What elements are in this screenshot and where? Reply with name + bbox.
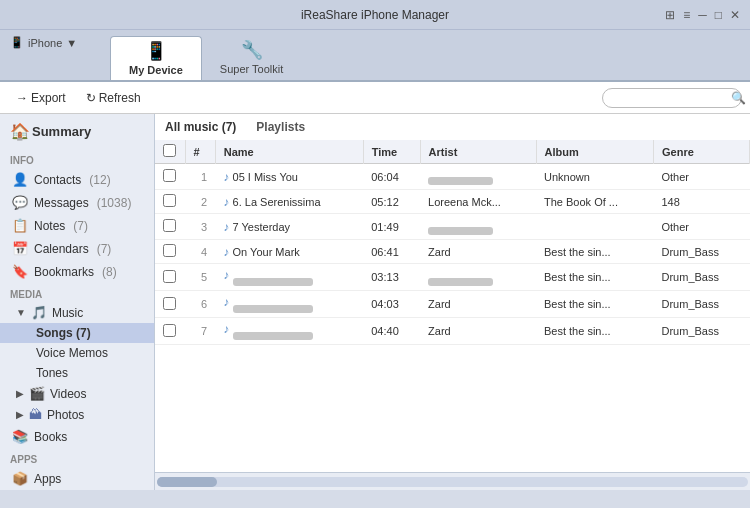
row-checkbox-cell[interactable] — [155, 164, 185, 190]
row-album: Best the sin... — [536, 264, 654, 291]
row-artist: Loreena Mck... — [420, 190, 536, 214]
messages-icon: 💬 — [12, 195, 28, 210]
row-num: 7 — [185, 318, 215, 345]
refresh-button[interactable]: ↻ Refresh — [78, 89, 149, 107]
sidebar-item-books[interactable]: 📚 Books — [0, 425, 154, 448]
sidebar-item-music[interactable]: ▼ 🎵 Music — [0, 302, 154, 323]
row-checkbox[interactable] — [163, 244, 176, 257]
calendars-label: Calendars — [34, 242, 89, 256]
sidebar-item-bookmarks[interactable]: 🔖 Bookmarks (8) — [0, 260, 154, 283]
export-button[interactable]: → Export — [8, 89, 74, 107]
row-album: Best the sin... — [536, 291, 654, 318]
sidebar-item-voice-memos[interactable]: Voice Memos — [0, 343, 154, 363]
music-expand-icon: ▼ — [16, 307, 26, 318]
tab-bar: 📱 iPhone ▼ 📱 My Device 🔧 Super Toolkit — [0, 30, 750, 82]
row-name: ♪ blurred — [215, 318, 363, 345]
search-input[interactable] — [611, 92, 731, 104]
notes-icon: 📋 — [12, 218, 28, 233]
sidebar-item-contacts[interactable]: 👤 Contacts (12) — [0, 168, 154, 191]
device-dropdown-icon[interactable]: ▼ — [66, 37, 77, 49]
row-checkbox-cell[interactable] — [155, 291, 185, 318]
sidebar-item-songs[interactable]: Songs (7) — [0, 323, 154, 343]
icon-menu[interactable]: ≡ — [681, 8, 692, 22]
row-name: ♪ blurred — [215, 264, 363, 291]
col-num: # — [185, 140, 215, 164]
row-artist: Zard — [420, 291, 536, 318]
device-icon: 📱 — [10, 36, 24, 49]
row-genre: 148 — [654, 190, 750, 214]
search-bar[interactable]: 🔍 — [602, 88, 742, 108]
row-num: 6 — [185, 291, 215, 318]
row-checkbox-cell[interactable] — [155, 264, 185, 291]
all-music-label: All music (7) — [165, 120, 236, 134]
row-checkbox[interactable] — [163, 324, 176, 337]
toolbar: → Export ↻ Refresh 🔍 — [0, 82, 750, 114]
sidebar-item-tones[interactable]: Tones — [0, 363, 154, 383]
tab-super-toolkit[interactable]: 🔧 Super Toolkit — [202, 36, 301, 80]
title-bar: iReaShare iPhone Manager ⊞ ≡ ─ □ ✕ — [0, 0, 750, 30]
export-label: Export — [31, 91, 66, 105]
refresh-label: Refresh — [99, 91, 141, 105]
blurred-name: blurred — [233, 278, 313, 286]
horizontal-scrollbar[interactable] — [155, 472, 750, 490]
row-checkbox-cell[interactable] — [155, 214, 185, 240]
icon-grid[interactable]: ⊞ — [663, 8, 677, 22]
music-note-icon: ♪ — [223, 322, 232, 336]
device-label: iPhone — [28, 37, 62, 49]
col-album: Album — [536, 140, 654, 164]
window-controls[interactable]: ⊞ ≡ ─ □ ✕ — [663, 8, 742, 22]
blurred-artist: blurred — [428, 278, 493, 286]
table-row: 7♪ blurred04:40ZardBest the sin...Drum_B… — [155, 318, 750, 345]
videos-icon: 🎬 — [29, 386, 45, 401]
row-checkbox[interactable] — [163, 297, 176, 310]
sidebar-item-messages[interactable]: 💬 Messages (1038) — [0, 191, 154, 214]
row-checkbox[interactable] — [163, 219, 176, 232]
row-checkbox-cell[interactable] — [155, 240, 185, 264]
apps-icon: 📦 — [12, 471, 28, 486]
tab-my-device[interactable]: 📱 My Device — [110, 36, 202, 80]
sidebar-item-photos[interactable]: ▶ 🏔 Photos — [0, 404, 154, 425]
sidebar-summary-label: Summary — [32, 124, 91, 139]
row-artist: blurred — [420, 164, 536, 190]
playlists-label[interactable]: Playlists — [256, 120, 305, 134]
sidebar-item-videos[interactable]: ▶ 🎬 Videos — [0, 383, 154, 404]
col-artist: Artist — [420, 140, 536, 164]
row-time: 01:49 — [363, 214, 420, 240]
music-note-icon: ♪ — [223, 220, 232, 234]
my-device-icon: 📱 — [145, 40, 167, 62]
row-time: 06:41 — [363, 240, 420, 264]
row-checkbox-cell[interactable] — [155, 190, 185, 214]
scrollbar-track[interactable] — [157, 477, 748, 487]
row-checkbox[interactable] — [163, 169, 176, 182]
device-selector[interactable]: 📱 iPhone ▼ — [10, 36, 77, 49]
select-all-checkbox[interactable] — [163, 144, 176, 157]
search-icon: 🔍 — [731, 91, 746, 105]
row-time: 05:12 — [363, 190, 420, 214]
videos-expand-icon: ▶ — [16, 388, 24, 399]
row-name: ♪ On Your Mark — [215, 240, 363, 264]
row-time: 04:03 — [363, 291, 420, 318]
table-row: 3♪ 7 Yesterday01:49blurredOther — [155, 214, 750, 240]
icon-restore[interactable]: □ — [713, 8, 724, 22]
row-artist: Zard — [420, 240, 536, 264]
sidebar-item-notes[interactable]: 📋 Notes (7) — [0, 214, 154, 237]
table-row: 4♪ On Your Mark06:41ZardBest the sin...D… — [155, 240, 750, 264]
row-checkbox-cell[interactable] — [155, 318, 185, 345]
sidebar-apps-section: Apps — [0, 448, 154, 467]
scrollbar-thumb[interactable] — [157, 477, 217, 487]
sidebar-item-apps[interactable]: 📦 Apps — [0, 467, 154, 490]
col-time: Time — [363, 140, 420, 164]
row-name: ♪ 6. La Serenissima — [215, 190, 363, 214]
sidebar-item-summary[interactable]: 🏠 Summary — [0, 114, 154, 149]
toolkit-icon: 🔧 — [241, 39, 263, 61]
blurred-name: blurred — [233, 305, 313, 313]
table-row: 2♪ 6. La Serenissima05:12Loreena Mck...T… — [155, 190, 750, 214]
icon-minimize[interactable]: ─ — [696, 8, 709, 22]
row-genre: Drum_Bass — [654, 264, 750, 291]
icon-close[interactable]: ✕ — [728, 8, 742, 22]
row-checkbox[interactable] — [163, 270, 176, 283]
sidebar-item-calendars[interactable]: 📅 Calendars (7) — [0, 237, 154, 260]
table-row: 6♪ blurred04:03ZardBest the sin...Drum_B… — [155, 291, 750, 318]
row-checkbox[interactable] — [163, 194, 176, 207]
notes-label: Notes — [34, 219, 65, 233]
